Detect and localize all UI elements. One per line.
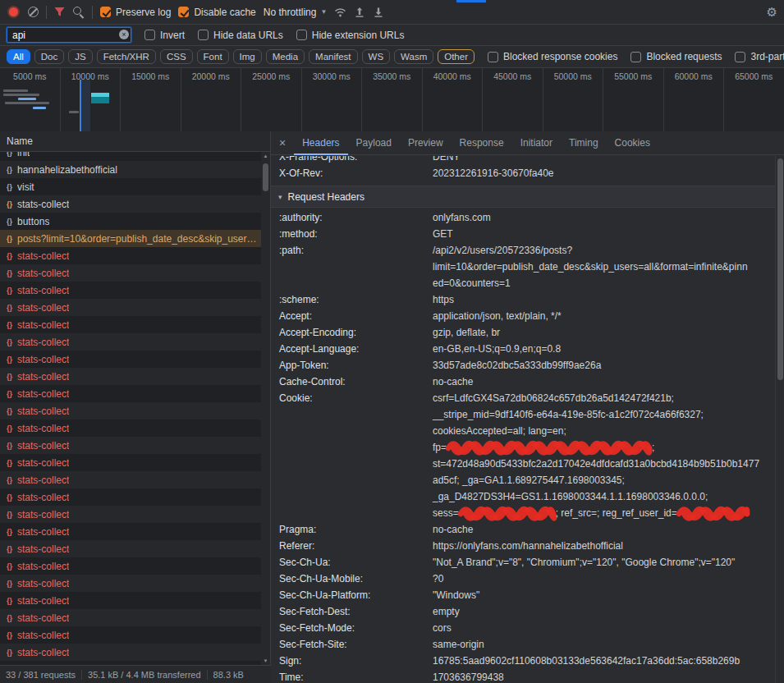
filter-chip-img[interactable]: Img bbox=[233, 49, 262, 64]
scroll-down-icon[interactable]: ▼ bbox=[261, 658, 270, 663]
request-row[interactable]: {}hannahelizabethofficial bbox=[0, 161, 261, 178]
overview-strip[interactable]: 5000 ms10000 ms15000 ms20000 ms25000 ms3… bbox=[0, 68, 784, 132]
request-row[interactable]: {}stats-collect bbox=[0, 454, 261, 471]
filter-icon[interactable] bbox=[54, 7, 65, 17]
tab-preview[interactable]: Preview bbox=[400, 131, 452, 155]
invert-checkbox[interactable]: Invert bbox=[144, 30, 185, 41]
network-conditions-icon[interactable] bbox=[334, 7, 346, 17]
request-row[interactable]: {}stats-collect bbox=[0, 195, 261, 213]
request-row[interactable]: {}visit bbox=[0, 178, 261, 195]
request-row[interactable]: {}stats-collect bbox=[0, 437, 261, 454]
filter-chip-media[interactable]: Media bbox=[266, 49, 305, 64]
tab-headers[interactable]: Headers bbox=[294, 131, 347, 155]
filter-input[interactable] bbox=[7, 27, 131, 43]
request-name: stats-collect bbox=[17, 457, 69, 469]
request-row[interactable]: {}stats-collect bbox=[0, 333, 261, 351]
request-row[interactable]: {}buttons bbox=[0, 213, 261, 230]
blocked-requests-label: Blocked requests bbox=[646, 51, 722, 62]
filter-chip-manifest[interactable]: Manifest bbox=[309, 49, 357, 64]
clear-filter-icon[interactable]: × bbox=[119, 30, 129, 39]
third-party-requests-checkbox[interactable]: 3rd-party requests bbox=[735, 51, 784, 62]
filter-chip-other[interactable]: Other bbox=[438, 49, 475, 64]
header-row: Sec-Ch-Ua:"Not_A Brand";v="8", "Chromium… bbox=[271, 554, 775, 571]
request-row[interactable]: {}stats-collect bbox=[0, 368, 261, 385]
request-row[interactable]: {}stats-collect bbox=[0, 402, 261, 419]
request-row[interactable]: {}stats-collect bbox=[0, 609, 261, 626]
request-row[interactable]: {}stats-collect bbox=[0, 282, 261, 299]
request-row[interactable]: {}stats-collect bbox=[0, 592, 261, 609]
tab-cookies[interactable]: Cookies bbox=[607, 131, 658, 155]
request-row[interactable]: {}stats-collect bbox=[0, 644, 261, 661]
header-value-line: csrf=LdfcGX4Sa72db06824c657db26a5d142472… bbox=[433, 390, 768, 406]
request-row[interactable]: {}stats-collect bbox=[0, 264, 261, 282]
filter-chip-font[interactable]: Font bbox=[197, 49, 229, 64]
request-list: {}init{}hannahelizabethofficial{}visit{}… bbox=[0, 152, 261, 665]
request-name: stats-collect bbox=[17, 319, 69, 331]
hide-data-urls-checkbox[interactable]: Hide data URLs bbox=[198, 30, 283, 41]
tab-initiator[interactable]: Initiator bbox=[512, 131, 561, 155]
request-row[interactable]: {}init bbox=[0, 152, 261, 161]
blocked-requests-checkbox[interactable]: Blocked requests bbox=[630, 51, 722, 62]
filter-chip-ws[interactable]: WS bbox=[362, 49, 391, 64]
blocked-response-cookies-checkbox[interactable]: Blocked response cookies bbox=[488, 51, 617, 62]
request-row[interactable]: {}stats-collect bbox=[0, 247, 261, 264]
section-title: Request Headers bbox=[288, 191, 364, 203]
request-row[interactable]: {}posts?limit=10&order=publish_date_desc… bbox=[0, 230, 261, 247]
request-row[interactable]: {}stats-collect bbox=[0, 385, 261, 402]
search-icon[interactable] bbox=[72, 6, 85, 18]
detail-scrollbar[interactable] bbox=[775, 156, 784, 683]
name-column-header[interactable]: Name bbox=[0, 131, 270, 152]
request-row[interactable]: {}stats-collect bbox=[0, 316, 261, 333]
filter-chip-css[interactable]: CSS bbox=[160, 49, 193, 64]
request-row[interactable]: {}stats-collect bbox=[0, 506, 261, 523]
import-har-icon[interactable] bbox=[354, 7, 365, 18]
header-row: :path:/api2/v2/users/20572336/posts?limi… bbox=[271, 242, 775, 291]
header-row: Pragma:no-cache bbox=[271, 521, 775, 538]
clear-network-log-icon[interactable] bbox=[28, 7, 39, 17]
request-type-icon: {} bbox=[7, 511, 12, 519]
request-row[interactable]: {}stats-collect bbox=[0, 299, 261, 316]
request-list-panel: Name {}init{}hannahelizabethofficial{}vi… bbox=[0, 131, 271, 683]
request-row[interactable]: {}stats-collect bbox=[0, 351, 261, 368]
request-row[interactable]: {}stats-collect bbox=[0, 471, 261, 488]
scroll-up-icon[interactable]: ▲ bbox=[261, 154, 270, 158]
request-row[interactable]: {}stats-collect bbox=[0, 488, 261, 506]
filter-chip-all[interactable]: All bbox=[7, 49, 30, 64]
filter-chip-js[interactable]: JS bbox=[68, 49, 92, 64]
filter-chip-wasm[interactable]: Wasm bbox=[394, 49, 433, 64]
scrollbar-thumb[interactable] bbox=[263, 163, 268, 191]
header-name: Sign: bbox=[271, 653, 433, 669]
header-name: Accept-Encoding: bbox=[271, 324, 433, 341]
tab-timing[interactable]: Timing bbox=[561, 131, 607, 155]
request-type-icon: {} bbox=[7, 424, 12, 433]
blocked-response-cookies-label: Blocked response cookies bbox=[503, 51, 617, 62]
scrollbar-thumb[interactable] bbox=[777, 158, 783, 380]
filter-chip-doc[interactable]: Doc bbox=[34, 49, 64, 64]
filter-chip-fetch-xhr[interactable]: Fetch/XHR bbox=[97, 49, 156, 64]
tab-payload[interactable]: Payload bbox=[348, 131, 400, 155]
preserve-log-checkbox[interactable]: Preserve log bbox=[100, 7, 171, 18]
request-row[interactable]: {}stats-collect bbox=[0, 575, 261, 592]
request-row[interactable]: {}stats-collect bbox=[0, 523, 261, 540]
tab-response[interactable]: Response bbox=[452, 131, 512, 155]
request-row[interactable]: {}stats-collect bbox=[0, 540, 261, 557]
request-row[interactable]: {}stats-collect bbox=[0, 557, 261, 575]
checkbox-unchecked-icon bbox=[630, 52, 641, 62]
request-row[interactable]: {}stats-collect bbox=[0, 419, 261, 437]
close-icon[interactable]: × bbox=[279, 137, 286, 149]
throttling-dropdown[interactable]: No throttling ▼ bbox=[264, 7, 328, 18]
disable-cache-checkbox[interactable]: Disable cache bbox=[178, 7, 255, 18]
redaction-scribble-svg bbox=[677, 508, 750, 520]
request-headers-section[interactable]: ▾Request Headers bbox=[271, 186, 775, 208]
export-har-icon[interactable] bbox=[373, 7, 384, 18]
header-value: empty bbox=[433, 603, 775, 620]
record-button[interactable] bbox=[9, 7, 18, 16]
request-detail-panel: × HeadersPayloadPreviewResponseInitiator… bbox=[271, 131, 784, 683]
checkbox-unchecked-icon bbox=[144, 30, 155, 40]
throttling-value: No throttling bbox=[264, 7, 317, 18]
request-row[interactable]: {}stats-collect bbox=[0, 626, 261, 644]
request-list-scrollbar[interactable]: ▲ ▼ bbox=[261, 152, 270, 665]
settings-gear-icon[interactable]: ⚙ bbox=[767, 6, 777, 18]
header-row: Sec-Ch-Ua-Platform:"Windows" bbox=[271, 587, 775, 603]
hide-extension-urls-checkbox[interactable]: Hide extension URLs bbox=[296, 30, 405, 41]
